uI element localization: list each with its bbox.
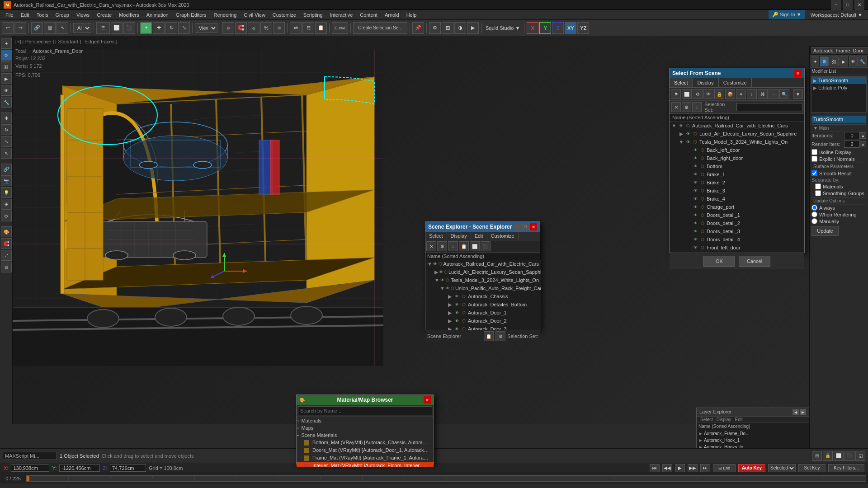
tree-item[interactable]: ▼ 👁 ⬡ Autorack_Railroad_Car_with_Electri… xyxy=(670,122,804,130)
timeline-bar[interactable] xyxy=(26,475,866,482)
se-tree-item[interactable]: ▶ 👁 ⬡ Autorack_Door_2 xyxy=(425,317,541,325)
se-tree-item[interactable]: ▼ 👁 ⬡ Autorack_Railroad_Car_with_Electri… xyxy=(425,260,541,268)
pin-stack-btn[interactable]: 📌 xyxy=(412,22,424,34)
lt-utilities-btn[interactable]: 🔧 xyxy=(1,97,12,108)
lt-modify-btn[interactable]: ⚙ xyxy=(1,50,12,61)
tree-item[interactable]: 👁 ⬡ Back_right_door xyxy=(670,154,804,162)
se-tb-btn5[interactable]: ⬜ xyxy=(470,241,480,251)
mp-modify-icon[interactable]: ⚙ xyxy=(820,56,829,66)
lt-material-btn[interactable]: 🎨 xyxy=(1,226,12,237)
ts-update-btn[interactable]: Update xyxy=(811,226,839,236)
sfs-filter-btn[interactable]: ⚙ xyxy=(682,102,691,112)
vp-ctrl-5[interactable]: ◱ xyxy=(855,451,865,461)
select-from-scene-close[interactable]: ✕ xyxy=(794,70,802,77)
lt-mirror-btn[interactable]: ⇌ xyxy=(1,250,12,261)
layer-btn[interactable]: 📋 xyxy=(315,22,327,34)
se-tree-item[interactable]: ▶ 👁 ⬡ Lucid_Air_Electric_Luxury_Sedan_Sa… xyxy=(425,268,541,276)
ts-update-section[interactable]: Update Options xyxy=(811,197,866,205)
se-tree-item[interactable]: ▼ 👁 ⬡ Union_Pacific_Auto_Rack_Freight_Ca… xyxy=(425,284,541,292)
sfs-selection-set-input[interactable] xyxy=(736,103,802,111)
ts-sg-check[interactable] xyxy=(815,190,821,196)
key-filters-btn[interactable]: Key Filters... xyxy=(828,464,864,472)
ts-mat-check[interactable] xyxy=(815,183,821,189)
sfs-tb6[interactable]: 📦 xyxy=(725,89,735,99)
mp-hierarchy-icon[interactable]: ⛓ xyxy=(830,56,838,66)
ts-when-render-radio[interactable] xyxy=(811,211,817,217)
se-tree-item[interactable]: ▶ 👁 ⬡ Autorack_Door_1 xyxy=(425,309,541,317)
time-prev-btn[interactable]: ⏮ xyxy=(650,464,660,472)
render-frame-btn[interactable]: 🖼 xyxy=(442,22,453,34)
se-maximize-btn[interactable]: □ xyxy=(522,223,529,230)
se-tree-item[interactable]: ▶ 👁 ⬡ Autorack_Detailes_Bottom xyxy=(425,300,541,309)
lt-light-btn[interactable]: 💡 xyxy=(1,187,12,198)
sfs-tb5[interactable]: 🔒 xyxy=(714,89,724,99)
mb-close-btn[interactable]: ✕ xyxy=(424,396,431,404)
se-tab-display[interactable]: Display xyxy=(447,232,471,240)
menu-rendering[interactable]: Rendering xyxy=(210,10,241,19)
menu-create[interactable]: Create xyxy=(93,10,115,19)
selected-dropdown[interactable]: Selected xyxy=(768,464,796,472)
mb-titlebar[interactable]: 🎨 Material/Map Browser ✕ xyxy=(297,395,434,405)
menu-interactive[interactable]: Interactive xyxy=(326,10,357,19)
ts-surface-section[interactable]: Surface Parameters xyxy=(811,163,866,170)
le-item-2[interactable]: ► Autorack_Hook_1 xyxy=(697,437,809,444)
select-by-name-btn[interactable]: ☰ xyxy=(96,22,110,34)
menu-customize[interactable]: Customize xyxy=(269,10,300,19)
lt-camera-btn[interactable]: 📷 xyxy=(1,175,12,186)
select-btn[interactable]: ✦ xyxy=(140,22,152,34)
lt-move-btn[interactable]: ✚ xyxy=(1,113,12,123)
mp-motion-icon[interactable]: ▶ xyxy=(840,56,848,66)
menu-views[interactable]: Views xyxy=(73,10,93,19)
le-display-tab[interactable]: Display xyxy=(715,417,733,422)
mp-modifier-turbosm[interactable]: ▶ TurboSmooth xyxy=(811,77,866,84)
tree-item[interactable]: 👁 ⬡ Brake_1 xyxy=(670,170,804,178)
lt-link-btn[interactable]: 🔗 xyxy=(1,164,12,174)
sfs-tb-filter[interactable]: ▼ xyxy=(793,89,803,99)
percent-snap-btn[interactable]: % xyxy=(260,22,272,34)
minimize-button[interactable]: − xyxy=(831,0,841,10)
se-tab-customize[interactable]: Customize xyxy=(487,232,519,240)
curve-editor-btn[interactable]: Curve xyxy=(332,22,348,34)
link-btn[interactable]: 🔗 xyxy=(31,22,43,34)
sfs-ok-btn[interactable]: OK xyxy=(703,256,735,267)
se-tree-item[interactable]: ▶ 👁 ⬡ Autorack_Chassis xyxy=(425,292,541,300)
rotate-btn[interactable]: ↻ xyxy=(165,22,177,34)
sfs-sort-btn[interactable]: ↕ xyxy=(692,102,702,112)
undo-btn[interactable]: ↩ xyxy=(2,22,14,34)
se-tb-btn3[interactable]: ↕ xyxy=(448,241,458,251)
menu-tools[interactable]: Tools xyxy=(33,10,52,19)
se-footer-btn1[interactable]: 📋 xyxy=(484,331,494,341)
selection-set-dropdown[interactable]: All xyxy=(73,23,91,33)
se-tb-btn6[interactable]: ⬛ xyxy=(481,241,491,251)
rect-select-btn[interactable]: ⬜ xyxy=(111,22,123,34)
lt-create-btn[interactable]: ✦ xyxy=(1,38,12,49)
mp-display-icon[interactable]: 👁 xyxy=(849,56,858,66)
maximize-button[interactable]: □ xyxy=(843,0,853,10)
sfs-tb1[interactable]: ⚑ xyxy=(671,89,681,99)
tree-item[interactable]: 👁 ⬡ Doors_detail_1 xyxy=(670,211,804,219)
sfs-tb8[interactable]: ↕ xyxy=(747,89,757,99)
lt-select-btn[interactable]: ↖ xyxy=(1,148,12,159)
set-key-btn[interactable]: Set Key xyxy=(798,464,826,472)
tree-item[interactable]: ▶ 👁 ⬡ Lucid_Air_Electric_Luxury_Sedan_Sa… xyxy=(670,130,804,138)
view-dropdown[interactable]: View xyxy=(195,23,217,33)
ts-always-radio[interactable] xyxy=(811,205,817,211)
render-preview-btn[interactable]: ▶ xyxy=(467,22,479,34)
menu-animation[interactable]: Animation xyxy=(143,10,172,19)
sfs-tb10[interactable]: ⋯ xyxy=(769,89,778,99)
spinner-snap-btn[interactable]: ⧈ xyxy=(273,22,285,34)
axis-y-btn[interactable]: Y xyxy=(539,22,551,34)
mp-object-name-input[interactable] xyxy=(811,47,868,54)
mb-item-bottom[interactable]: Bottom_Mat (VRayMtl) [Autorack_Chassis, … xyxy=(297,439,434,446)
close-button[interactable]: ✕ xyxy=(854,0,864,10)
se-tab-select[interactable]: Select xyxy=(425,232,447,240)
sfs-tb3[interactable]: ⚙ xyxy=(693,89,703,99)
le-select-tab[interactable]: Select xyxy=(698,417,715,422)
lt-snap-btn[interactable]: 🧲 xyxy=(1,238,12,249)
coord-z-input[interactable] xyxy=(110,465,146,472)
bind-to-space-warp[interactable]: ∿ xyxy=(57,22,68,34)
menu-modifiers[interactable]: Modifiers xyxy=(115,10,143,19)
menu-content[interactable]: Content xyxy=(356,10,381,19)
tree-item[interactable]: ▼ 👁 ⬡ Tesla_Model_3_2024_White_Lights_On xyxy=(670,138,804,146)
redo-btn[interactable]: ↪ xyxy=(14,22,26,34)
